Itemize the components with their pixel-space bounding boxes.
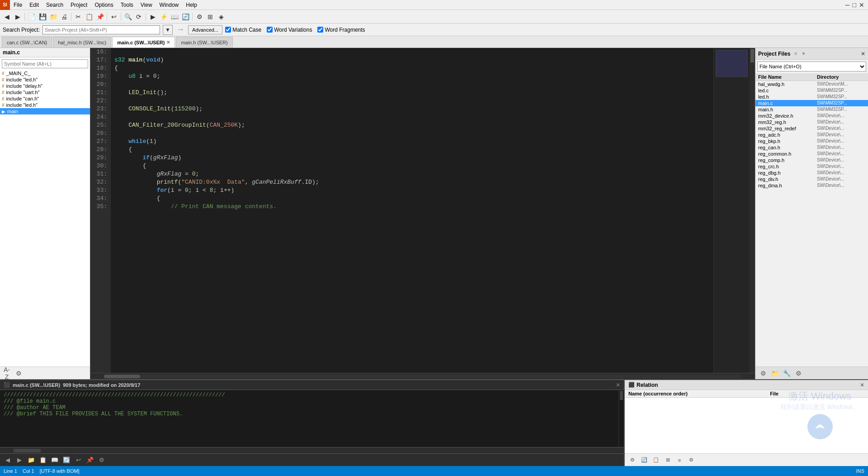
toolbar-extra3[interactable]: ◈: [216, 12, 226, 22]
sidebar-item-main-c[interactable]: # _MAIN_C_: [0, 70, 90, 76]
file-row-reg-can[interactable]: reg_can.h SW\Device\...: [755, 144, 868, 151]
sidebar-item-include-delay[interactable]: # include "delay.h": [0, 83, 90, 89]
menu-options[interactable]: Options: [91, 1, 117, 9]
file-row-mm32-reg[interactable]: mm32_reg.h SW\Device\...: [755, 119, 868, 125]
file-row-led-h[interactable]: led.h SW\MM32SP...: [755, 94, 868, 100]
file-filter-select[interactable]: File Name (Ctrl+O): [757, 62, 866, 71]
file-row-hal-wwdg[interactable]: hal_wwdg.h SW\Device\M...: [755, 81, 868, 87]
tab-main-h[interactable]: main.h (SW...\USER): [176, 37, 232, 48]
toolbar-file[interactable]: 📁: [48, 12, 58, 22]
sidebar-item-include-led[interactable]: # include "led.h": [0, 76, 90, 83]
toolbar-book[interactable]: 📖: [170, 12, 179, 22]
toolbar-print[interactable]: 🖨: [59, 12, 69, 22]
right-panel-close-btn[interactable]: ✕: [861, 51, 865, 57]
toolbar-extra1[interactable]: ⚙: [194, 12, 204, 22]
file-row-mm32-device[interactable]: mm32_device.h SW\Device\...: [755, 113, 868, 119]
toolbar-ref[interactable]: ⚡: [159, 12, 169, 22]
toolbar-back[interactable]: ◀: [2, 12, 12, 22]
file-row-reg-div[interactable]: reg_div.h SW\Device\...: [755, 176, 868, 182]
search-input[interactable]: [42, 25, 160, 34]
sidebar-item-include-can[interactable]: # include "can.h": [0, 95, 90, 102]
code-scrollbar[interactable]: [750, 48, 755, 373]
bottom-toolbar-btn-8[interactable]: 📌: [85, 456, 95, 465]
window-maximize[interactable]: □: [853, 1, 856, 9]
word-fragments-option[interactable]: Word Fragments: [317, 27, 365, 33]
relation-close-btn[interactable]: ✕: [860, 382, 864, 388]
menu-view[interactable]: View: [137, 1, 156, 9]
menu-window[interactable]: Window: [156, 1, 183, 9]
file-row-reg-dma[interactable]: reg_dma.h SW\Device\...: [755, 182, 868, 189]
bottom-toolbar-btn-5[interactable]: 📖: [50, 456, 60, 465]
toolbar-build[interactable]: ▶: [148, 12, 158, 22]
file-row-main-h[interactable]: main.h SW\MM32SP...: [755, 106, 868, 113]
tab-can-c[interactable]: can.c (SW...\CAN): [2, 37, 52, 48]
sidebar-item-include-uart[interactable]: # include "uart.h": [0, 89, 90, 95]
relation-toolbar-btn-3[interactable]: 📋: [651, 455, 661, 465]
file-row-mm32-reg-redef[interactable]: mm32_reg_redef SW\Device\...: [755, 125, 868, 132]
tab-main-c[interactable]: main.c (SW...\USER) ✕: [112, 37, 175, 48]
menu-project[interactable]: Project: [67, 1, 91, 9]
window-close[interactable]: ✕: [859, 1, 864, 9]
window-minimize[interactable]: ─: [845, 1, 850, 9]
toolbar-paste[interactable]: 📌: [95, 12, 105, 22]
menu-edit[interactable]: Edit: [26, 1, 42, 9]
code-hscroll[interactable]: [90, 373, 755, 379]
bottom-code[interactable]: ////////////////////////////////////////…: [0, 390, 618, 447]
sidebar-item-main-fn[interactable]: ▶ main: [0, 108, 90, 114]
sidebar-sort-btn[interactable]: A-Z: [2, 368, 12, 378]
word-variations-option[interactable]: Word Variations: [267, 27, 312, 33]
file-row-reg-comp[interactable]: reg_comp.h SW\Device\...: [755, 157, 868, 163]
file-row-reg-crc[interactable]: reg_crc.h SW\Device\...: [755, 163, 868, 170]
bottom-hscroll[interactable]: [0, 447, 624, 453]
menu-tools[interactable]: Tools: [117, 1, 137, 9]
project-files-toolbar-btn-4[interactable]: ⚙: [793, 368, 803, 378]
relation-toolbar-btn-1[interactable]: ⚙: [627, 455, 637, 465]
file-row-main-c[interactable]: main.c SW\MM32SP...: [755, 100, 868, 106]
project-files-dropdown-icon[interactable]: ▼: [801, 51, 806, 56]
advanced-search-button[interactable]: Advanced...: [188, 25, 222, 34]
project-files-toolbar-btn-2[interactable]: 📁: [770, 368, 780, 378]
sidebar-item-include-led2[interactable]: # include "led.h": [0, 102, 90, 108]
toolbar-cut[interactable]: ✂: [73, 12, 83, 22]
bottom-toolbar-btn-6[interactable]: 🔄: [61, 456, 71, 465]
bottom-toolbar-btn-2[interactable]: ▶: [14, 456, 24, 465]
menu-help[interactable]: Help: [182, 1, 201, 9]
code-text-area[interactable]: 16: 17: 18: 19: 20: 21: 22: 23: 24: 25: …: [90, 48, 713, 373]
toolbar-undo[interactable]: ↩: [109, 12, 119, 22]
word-fragments-checkbox[interactable]: [317, 27, 323, 33]
bottom-toolbar-btn-1[interactable]: ◀: [3, 456, 13, 465]
toolbar-extra2[interactable]: ⊞: [205, 12, 215, 22]
file-row-led-c[interactable]: led.c SW\MM32SP...: [755, 87, 868, 94]
menu-search[interactable]: Search: [42, 1, 67, 9]
file-row-reg-adc[interactable]: reg_adc.h SW\Device\...: [755, 132, 868, 138]
bottom-toolbar-btn-3[interactable]: 📁: [26, 456, 36, 465]
match-case-checkbox[interactable]: [225, 27, 231, 33]
toolbar-copy[interactable]: 📋: [84, 12, 94, 22]
relation-toolbar-btn-2[interactable]: 🔄: [639, 455, 649, 465]
tab-hal-misc[interactable]: hal_misc.h (SW...\Inc): [53, 37, 111, 48]
bottom-close-btn[interactable]: ✕: [616, 382, 620, 388]
project-files-toolbar-btn-1[interactable]: ⚙: [758, 368, 768, 378]
match-case-option[interactable]: Match Case: [225, 27, 261, 33]
file-row-reg-bkp[interactable]: reg_bkp.h SW\Device\...: [755, 138, 868, 144]
file-row-reg-common[interactable]: reg_common.h SW\Device\...: [755, 151, 868, 157]
word-variations-checkbox[interactable]: [267, 27, 273, 33]
symbol-search-input[interactable]: [2, 59, 88, 68]
bottom-toolbar-btn-4[interactable]: 📋: [38, 456, 48, 465]
relation-toolbar-btn-6[interactable]: ⚙: [686, 455, 696, 465]
toolbar-save[interactable]: 💾: [38, 12, 47, 22]
toolbar-sync[interactable]: 🔄: [180, 12, 190, 22]
search-dropdown-btn[interactable]: ▼: [163, 25, 173, 35]
bottom-scrollbar[interactable]: [618, 390, 624, 447]
project-files-close-icon[interactable]: ✕: [794, 51, 797, 56]
bottom-toolbar-btn-9[interactable]: ⚙: [97, 456, 107, 465]
toolbar-find[interactable]: 🔍: [123, 12, 133, 22]
project-files-toolbar-btn-3[interactable]: 🔧: [782, 368, 792, 378]
menu-file[interactable]: File: [10, 1, 26, 9]
toolbar-forward[interactable]: ▶: [13, 12, 23, 22]
code-lines[interactable]: s32 main(void) { u8 i = 0; LED_Init(); C…: [111, 48, 713, 373]
file-row-reg-dbg[interactable]: reg_dbg.h SW\Device\...: [755, 170, 868, 176]
sidebar-filter-btn[interactable]: ⚙: [14, 368, 24, 378]
relation-toolbar-btn-5[interactable]: ≡: [675, 455, 684, 465]
toolbar-open[interactable]: 📄: [27, 12, 37, 22]
